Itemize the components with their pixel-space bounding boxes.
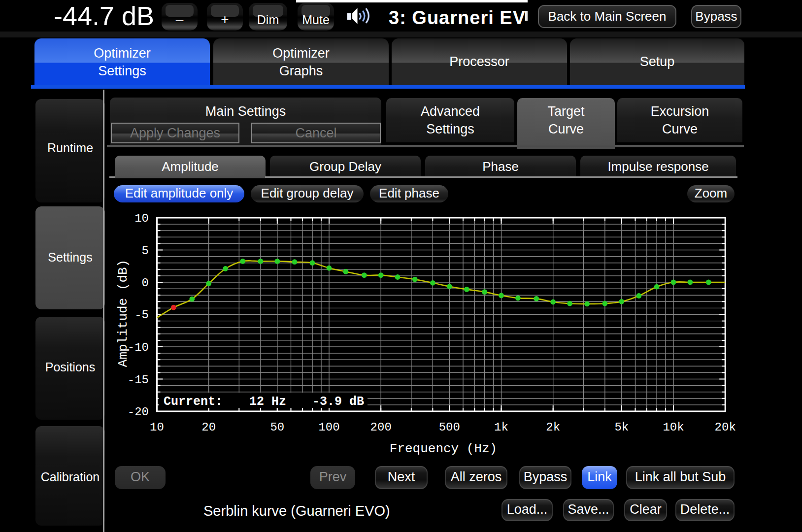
svg-text:10: 10 bbox=[150, 421, 164, 434]
svg-text:0: 0 bbox=[142, 276, 149, 290]
svg-text:200: 200 bbox=[370, 421, 392, 434]
svg-text:-20: -20 bbox=[128, 405, 149, 419]
svg-text:20: 20 bbox=[201, 421, 216, 434]
svg-text:-15: -15 bbox=[128, 373, 149, 387]
svg-text:Current:: Current: bbox=[164, 395, 223, 409]
svg-text:1k: 1k bbox=[494, 421, 508, 434]
svg-text:-10: -10 bbox=[128, 341, 149, 354]
svg-text:100: 100 bbox=[318, 421, 339, 434]
svg-text:-3.9 dB: -3.9 dB bbox=[312, 395, 364, 409]
svg-text:5: 5 bbox=[142, 244, 149, 258]
svg-text:500: 500 bbox=[439, 421, 460, 434]
svg-text:2k: 2k bbox=[546, 421, 560, 434]
svg-text:20k: 20k bbox=[715, 421, 736, 434]
svg-text:5k: 5k bbox=[614, 421, 629, 434]
svg-text:Amplitude (dB): Amplitude (dB) bbox=[116, 260, 131, 367]
svg-text:10k: 10k bbox=[663, 421, 684, 434]
svg-text:10: 10 bbox=[134, 212, 149, 225]
svg-text:50: 50 bbox=[270, 421, 284, 434]
svg-text:-5: -5 bbox=[134, 308, 149, 322]
svg-text:12 Hz: 12 Hz bbox=[249, 395, 286, 409]
svg-text:Frequency (Hz): Frequency (Hz) bbox=[390, 441, 497, 456]
